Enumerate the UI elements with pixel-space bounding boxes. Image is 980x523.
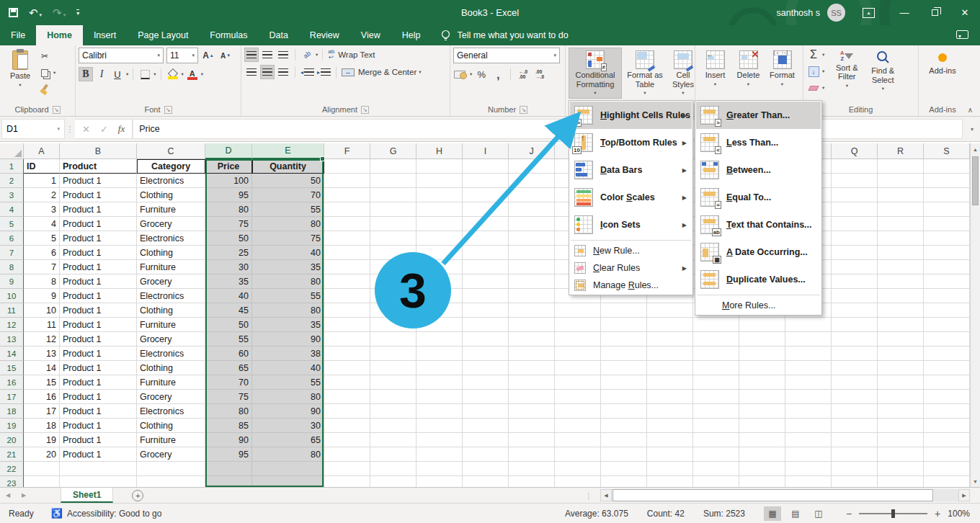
cell-F13[interactable] (324, 332, 370, 347)
cell-A12[interactable]: 11 (24, 318, 60, 332)
cell-J23[interactable] (509, 476, 555, 487)
cell-B14[interactable]: Product 1 (60, 347, 137, 361)
cell-L17[interactable] (601, 390, 647, 404)
cell-J3[interactable] (509, 188, 555, 202)
cell-S1[interactable] (924, 159, 970, 174)
cell-D7[interactable]: 25 (205, 246, 252, 260)
cell-G6[interactable] (370, 231, 416, 246)
cell-C18[interactable]: Electronics (137, 404, 205, 419)
cell-E7[interactable]: 40 (252, 246, 324, 260)
borders-button[interactable] (138, 67, 152, 81)
cell-Q19[interactable] (832, 419, 878, 433)
cell-B7[interactable]: Product 1 (60, 246, 137, 260)
cell-J22[interactable] (509, 462, 555, 476)
restore-button[interactable] (919, 0, 950, 25)
row-header-12[interactable]: 12 (0, 318, 24, 332)
cell-A3[interactable]: 2 (24, 188, 60, 202)
cell-E10[interactable]: 55 (252, 289, 324, 303)
cell-K23[interactable] (555, 476, 601, 487)
cell-P18[interactable] (785, 404, 832, 419)
zoom-slider-thumb[interactable] (891, 509, 895, 518)
cell-A7[interactable]: 6 (24, 246, 60, 260)
cell-L15[interactable] (601, 361, 647, 375)
cell-H15[interactable] (416, 361, 463, 375)
cell-D21[interactable]: 95 (205, 447, 252, 462)
number-dialog-launcher[interactable]: ↘ (520, 106, 527, 114)
cell-H22[interactable] (416, 462, 463, 476)
select-all-corner[interactable] (0, 143, 24, 159)
font-name-select[interactable]: Calibri▾ (79, 48, 164, 63)
cell-R7[interactable] (878, 246, 924, 260)
cell-R16[interactable] (878, 375, 924, 390)
cell-F17[interactable] (324, 390, 370, 404)
cell-N20[interactable] (693, 433, 739, 447)
scroll-down-icon[interactable]: ▼ (971, 475, 980, 487)
feedback-icon[interactable] (956, 30, 968, 39)
cell-M21[interactable] (647, 447, 693, 462)
cell-E4[interactable]: 55 (252, 202, 324, 217)
cell-C10[interactable]: Electronics (137, 289, 205, 303)
tab-file[interactable]: File (0, 25, 36, 45)
cell-G12[interactable] (370, 318, 416, 332)
row-header-6[interactable]: 6 (0, 231, 24, 246)
undo-button[interactable]: ↶▾ (29, 6, 42, 19)
cell-C1[interactable]: Category (137, 159, 205, 174)
cell-J10[interactable] (509, 289, 555, 303)
cell-C14[interactable]: Electronics (137, 347, 205, 361)
menu-item-less-than[interactable]: <Less Than... (696, 129, 821, 156)
orientation-button[interactable]: ab (300, 48, 314, 62)
align-right-button[interactable] (276, 65, 290, 79)
cell-E5[interactable]: 80 (252, 217, 324, 231)
cell-M15[interactable] (647, 361, 693, 375)
tab-page-layout[interactable]: Page Layout (127, 25, 199, 45)
cell-N22[interactable] (693, 462, 739, 476)
cell-A5[interactable]: 4 (24, 217, 60, 231)
cell-I11[interactable] (463, 303, 509, 318)
cell-K22[interactable] (555, 462, 601, 476)
cell-Q6[interactable] (832, 231, 878, 246)
customize-quick-access-icon[interactable]: ▾ (76, 9, 79, 17)
cell-M20[interactable] (647, 433, 693, 447)
cell-I6[interactable] (463, 231, 509, 246)
menu-item-duplicate-values[interactable]: Duplicate Values... (696, 266, 821, 293)
cell-N12[interactable] (693, 318, 739, 332)
cell-E18[interactable]: 90 (252, 404, 324, 419)
cell-A23[interactable] (24, 476, 60, 487)
cell-I9[interactable] (463, 274, 509, 289)
menu-item-manage-rules[interactable]: Manage Rules... (570, 277, 692, 294)
cell-D5[interactable]: 75 (205, 217, 252, 231)
cell-J1[interactable] (509, 159, 555, 174)
cell-C8[interactable]: Furniture (137, 260, 205, 274)
cell-N13[interactable] (693, 332, 739, 347)
cell-S19[interactable] (924, 419, 970, 433)
row-header-8[interactable]: 8 (0, 260, 24, 274)
cell-H11[interactable] (416, 303, 463, 318)
cell-D17[interactable]: 75 (205, 390, 252, 404)
cell-R15[interactable] (878, 361, 924, 375)
tell-me-box[interactable]: Tell me what you want to do (441, 25, 568, 45)
middle-align-button[interactable] (260, 48, 275, 62)
cell-J6[interactable] (509, 231, 555, 246)
cell-R22[interactable] (878, 462, 924, 476)
cell-C23[interactable] (137, 476, 205, 487)
cell-E11[interactable]: 80 (252, 303, 324, 318)
close-button[interactable]: ✕ (950, 0, 980, 25)
cell-O19[interactable] (739, 419, 785, 433)
cell-E22[interactable] (252, 462, 324, 476)
cell-J16[interactable] (509, 375, 555, 390)
cell-B17[interactable]: Product 1 (60, 390, 137, 404)
menu-item-between[interactable]: Between... (696, 156, 821, 184)
cell-Q4[interactable] (832, 202, 878, 217)
cell-F12[interactable] (324, 318, 370, 332)
cell-A13[interactable]: 12 (24, 332, 60, 347)
cell-styles-button[interactable]: Cell Styles ▾ (668, 48, 698, 99)
cell-J18[interactable] (509, 404, 555, 419)
row-header-16[interactable]: 16 (0, 375, 24, 390)
cell-M17[interactable] (647, 390, 693, 404)
number-format-select[interactable]: General▾ (453, 48, 560, 63)
cut-button[interactable]: ✂ (37, 49, 52, 63)
cell-B11[interactable]: Product 1 (60, 303, 137, 318)
selection-handle[interactable] (320, 156, 325, 161)
cell-R10[interactable] (878, 289, 924, 303)
cell-J12[interactable] (509, 318, 555, 332)
